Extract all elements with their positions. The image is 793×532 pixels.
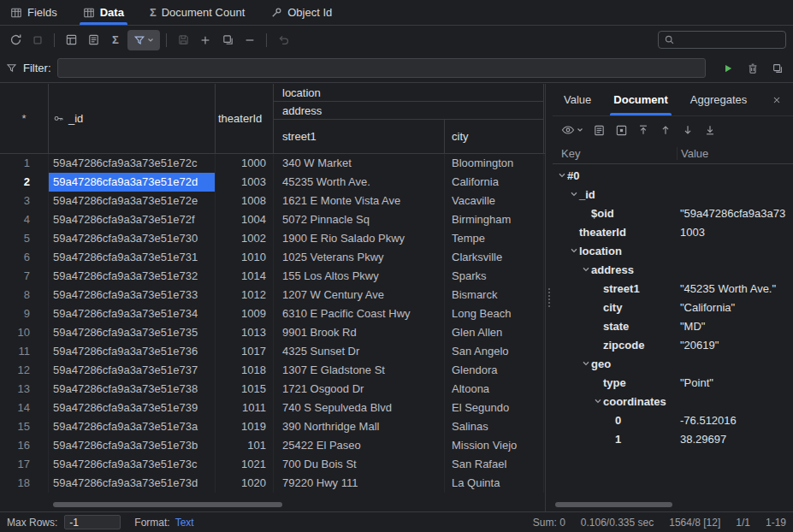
column-header-location[interactable]: location [274, 84, 544, 102]
street1-cell[interactable]: 79220 Hwy 111 [274, 474, 445, 493]
row-number-cell[interactable]: 9 [0, 304, 49, 323]
theaterid-cell[interactable]: 1014 [216, 267, 274, 286]
theaterid-cell[interactable]: 101 [216, 436, 274, 455]
table-row[interactable]: 159a47286cfa9a3a73e51e72c1000340 W Marke… [0, 154, 545, 173]
id-cell[interactable]: 59a47286cfa9a3a73e51e730 [49, 229, 216, 248]
row-number-cell[interactable]: 12 [0, 361, 49, 380]
row-number-cell[interactable]: 6 [0, 248, 49, 267]
search-input[interactable] [679, 34, 780, 46]
chevron-down-icon[interactable] [568, 190, 579, 198]
table-row[interactable]: 1259a47286cfa9a3a73e51e73710181307 E Gla… [0, 361, 545, 380]
row-number-cell[interactable]: 3 [0, 192, 49, 210]
column-header-id[interactable]: _id [49, 84, 216, 153]
max-rows-input[interactable] [64, 515, 121, 529]
last-record-button[interactable] [700, 120, 720, 140]
tab-object-id[interactable]: Object Id [270, 0, 332, 25]
column-header-street1[interactable]: street1 [274, 120, 445, 153]
city-cell[interactable]: Clarksville [445, 248, 544, 267]
chevron-down-icon[interactable] [592, 397, 603, 405]
filter-input[interactable] [57, 58, 707, 78]
street1-cell[interactable]: 1721 Osgood Dr [274, 380, 445, 399]
row-number-cell[interactable]: 17 [0, 455, 49, 474]
table-row[interactable]: 559a47286cfa9a3a73e51e73010021900 E Rio … [0, 229, 545, 248]
stop-button[interactable] [27, 30, 48, 50]
street1-cell[interactable]: 700 Du Bois St [274, 455, 445, 474]
id-cell[interactable]: 59a47286cfa9a3a73e51e72f [49, 210, 216, 229]
table-row[interactable]: 759a47286cfa9a3a73e51e7321014155 Los Alt… [0, 267, 545, 286]
table-row[interactable]: 359a47286cfa9a3a73e51e72e10081621 E Mont… [0, 192, 545, 210]
street1-cell[interactable]: 340 W Market [274, 154, 445, 173]
street1-cell[interactable]: 6310 E Pacific Coast Hwy [274, 304, 445, 323]
city-cell[interactable]: Altoona [445, 380, 544, 399]
table-row[interactable]: 1459a47286cfa9a3a73e51e7391011740 S Sepu… [0, 399, 545, 417]
undo-button[interactable] [273, 30, 293, 50]
city-cell[interactable]: California [445, 173, 544, 192]
side-tab-aggregates[interactable]: Aggregates [690, 84, 748, 115]
row-number-cell[interactable]: 10 [0, 323, 49, 342]
view-options-button[interactable] [558, 120, 587, 140]
theaterid-cell[interactable]: 1013 [216, 323, 274, 342]
street1-cell[interactable]: 5072 Pinnacle Sq [274, 210, 445, 229]
previous-record-button[interactable] [655, 120, 676, 140]
theaterid-cell[interactable]: 1012 [216, 286, 274, 304]
id-cell[interactable]: 59a47286cfa9a3a73e51e73b [49, 436, 216, 455]
side-tab-document[interactable]: Document [613, 84, 668, 115]
city-cell[interactable]: Vacaville [445, 192, 544, 210]
column-header-city[interactable]: city [445, 120, 544, 153]
first-record-button[interactable] [633, 120, 654, 140]
row-number-cell[interactable]: 15 [0, 417, 49, 436]
id-cell[interactable]: 59a47286cfa9a3a73e51e737 [49, 361, 216, 380]
city-cell[interactable]: Tempe [445, 229, 544, 248]
horizontal-scrollbar[interactable] [555, 502, 672, 507]
street1-cell[interactable]: 1207 W Century Ave [274, 286, 445, 304]
theaterid-cell[interactable]: 1009 [216, 304, 274, 323]
theaterid-cell[interactable]: 1002 [216, 229, 274, 248]
tab-fields[interactable]: Fields [10, 0, 57, 25]
refresh-button[interactable] [5, 30, 26, 50]
save-button[interactable] [173, 30, 193, 50]
chevron-down-icon[interactable] [580, 265, 591, 274]
row-number-cell[interactable]: 18 [0, 474, 49, 493]
row-number-cell[interactable]: 8 [0, 286, 49, 304]
side-tab-value[interactable]: Value [564, 84, 591, 115]
street1-cell[interactable]: 1621 E Monte Vista Ave [274, 192, 445, 210]
record-view-button[interactable] [83, 30, 104, 50]
street1-cell[interactable]: 25422 El Paseo [274, 436, 445, 455]
theaterid-cell[interactable]: 1019 [216, 417, 274, 436]
tree-row[interactable]: 0-76.512016 [553, 411, 793, 429]
tree-row[interactable]: location [553, 241, 793, 260]
id-cell[interactable]: 59a47286cfa9a3a73e51e732 [49, 267, 216, 286]
theaterid-cell[interactable]: 1000 [216, 154, 274, 173]
city-cell[interactable]: Sparks [445, 267, 544, 286]
tree-row[interactable]: coordinates [553, 392, 793, 411]
id-cell[interactable]: 59a47286cfa9a3a73e51e73c [49, 455, 216, 474]
tree-row[interactable]: #0Text Editor [553, 166, 793, 185]
chevron-down-icon[interactable] [580, 359, 591, 368]
tree-row[interactable]: type"Point" [553, 373, 793, 392]
row-number-cell[interactable]: 4 [0, 210, 49, 229]
theaterid-cell[interactable]: 1004 [216, 210, 274, 229]
filter-toggle-button[interactable] [127, 30, 160, 50]
tree-row[interactable]: $oid"59a47286cfa9a3a73 [553, 204, 793, 222]
column-header-rownum[interactable]: * [0, 84, 49, 153]
tree-row[interactable]: _id [553, 185, 793, 204]
row-number-cell[interactable]: 7 [0, 267, 49, 286]
id-cell[interactable]: 59a47286cfa9a3a73e51e72e [49, 192, 216, 210]
table-row[interactable]: 1059a47286cfa9a3a73e51e73510139901 Brook… [0, 323, 545, 342]
theaterid-cell[interactable]: 1011 [216, 399, 274, 417]
horizontal-scrollbar[interactable] [53, 502, 282, 507]
id-cell[interactable]: 59a47286cfa9a3a73e51e739 [49, 399, 216, 417]
format-value-link[interactable]: Text [175, 517, 194, 529]
id-cell[interactable]: 59a47286cfa9a3a73e51e731 [49, 248, 216, 267]
city-cell[interactable]: Bismarck [445, 286, 544, 304]
street1-cell[interactable]: 1900 E Rio Salado Pkwy [274, 229, 445, 248]
value-column-header[interactable]: Value [677, 147, 793, 160]
tree-row[interactable]: street1"45235 Worth Ave." [553, 279, 793, 298]
panel-splitter[interactable] [545, 84, 553, 511]
theaterid-cell[interactable]: 1021 [216, 455, 274, 474]
street1-cell[interactable]: 4325 Sunset Dr [274, 342, 445, 361]
chevron-down-icon[interactable] [556, 171, 567, 180]
id-cell[interactable]: 59a47286cfa9a3a73e51e734 [49, 304, 216, 323]
theaterid-cell[interactable]: 1018 [216, 361, 274, 380]
table-row[interactable]: 459a47286cfa9a3a73e51e72f10045072 Pinnac… [0, 210, 545, 229]
